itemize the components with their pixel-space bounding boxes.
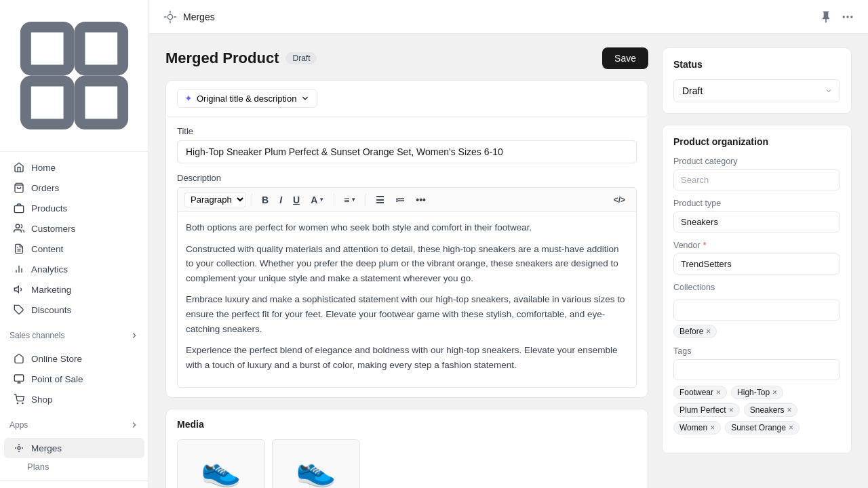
sidebar-item-orders[interactable]: Orders <box>4 178 144 198</box>
page-title-row: Merged Product Draft <box>165 49 317 67</box>
bold-button[interactable]: B <box>258 193 273 207</box>
svg-rect-1 <box>79 27 123 70</box>
ul-button[interactable]: ☰ <box>372 193 389 207</box>
media-thumb-2[interactable]: 👟 <box>272 439 360 488</box>
editor-para-3: Embrace luxury and make a sophisticated … <box>186 292 628 336</box>
sidebar-item-products[interactable]: Products <box>4 198 144 218</box>
sidebar-label-discounts: Discounts <box>31 305 71 315</box>
sidebar-item-home[interactable]: Home <box>4 157 144 178</box>
tag-plum-perfect: Plum Perfect × <box>673 403 740 417</box>
customers-icon <box>14 223 24 234</box>
svg-point-6 <box>16 224 19 228</box>
status-card: Status Draft Active <box>662 47 852 114</box>
toolbar-right: </> <box>610 194 629 206</box>
tags-input[interactable] <box>673 359 840 380</box>
status-select[interactable]: Draft Active <box>673 79 840 102</box>
more-options-icon[interactable] <box>841 10 854 24</box>
font-color-button[interactable]: A▼ <box>307 193 328 207</box>
sidebar-item-discounts[interactable]: Discounts <box>4 300 144 320</box>
sidebar-item-pos[interactable]: Point of Sale <box>4 369 144 389</box>
magic-icon: ✦ <box>184 93 193 104</box>
tag-high-top-remove[interactable]: × <box>772 388 777 397</box>
media-header: Media <box>166 409 648 439</box>
tag-women-remove[interactable]: × <box>710 423 715 432</box>
category-label: Product category <box>673 157 840 166</box>
tag-footwear-remove[interactable]: × <box>716 388 721 397</box>
merges-icon <box>14 443 24 453</box>
media-card: Media 👟 👟 <box>165 409 648 488</box>
tag-sneakers: Sneakers × <box>744 403 798 417</box>
svg-rect-5 <box>14 206 23 213</box>
underline-button[interactable]: U <box>289 193 304 207</box>
type-field: Product type <box>673 199 840 232</box>
sales-channels-nav: Online Store Point of Sale Shop <box>0 343 149 415</box>
sidebar-label-orders: Orders <box>31 183 59 193</box>
svg-point-17 <box>17 403 18 403</box>
svg-rect-3 <box>79 81 123 124</box>
status-title: Status <box>673 59 840 70</box>
collection-tag-before-remove[interactable]: × <box>706 327 711 336</box>
category-input[interactable] <box>673 169 840 190</box>
source-button[interactable]: </> <box>610 194 629 206</box>
sidebar-item-marketing[interactable]: Marketing <box>4 279 144 300</box>
title-input[interactable] <box>177 140 637 163</box>
apps-section: Apps <box>0 415 149 432</box>
ol-button[interactable]: ≔ <box>391 193 409 207</box>
tags-row: Footwear × High-Top × Plum Perfect × S <box>673 386 840 434</box>
save-button[interactable]: Save <box>602 47 648 69</box>
sidebar-item-analytics[interactable]: Analytics <box>4 259 144 279</box>
sidebar-label-products: Products <box>31 203 67 214</box>
topbar-title: Merges <box>183 12 215 22</box>
tag-sunset-orange: Sunset Orange × <box>725 421 800 434</box>
sidebar-label-shop: Shop <box>31 394 53 405</box>
topbar-left: Merges <box>163 9 215 24</box>
vendor-label: Vendor * <box>673 241 840 250</box>
pin-icon[interactable] <box>819 10 833 24</box>
more-formats-button[interactable]: ••• <box>412 193 430 207</box>
sidebar-item-plans[interactable]: Plans <box>0 458 149 475</box>
home-icon <box>14 162 24 173</box>
sidebar-item-merges[interactable]: Merges <box>4 438 144 458</box>
collections-input[interactable] <box>673 300 840 321</box>
type-input[interactable] <box>673 211 840 232</box>
sidebar-item-customers[interactable]: Customers <box>4 218 144 239</box>
editor-mode-dropdown[interactable]: ✦ Original title & description <box>177 89 317 108</box>
editor-card: ✦ Original title & description Title Des… <box>165 80 648 398</box>
editor-body[interactable]: Both options are perfect for women who s… <box>177 212 637 388</box>
svg-point-25 <box>843 16 844 18</box>
editor-para-2: Constructed with quality materials and a… <box>186 242 628 286</box>
sidebar-header <box>0 0 149 152</box>
vendor-field: Vendor * <box>673 241 840 274</box>
tag-plum-perfect-remove[interactable]: × <box>729 405 734 415</box>
sidebar-label-marketing: Marketing <box>31 285 71 295</box>
tag-women: Women × <box>673 421 721 434</box>
page-section: Merged Product Draft Save ✦ Original tit… <box>165 47 648 474</box>
tags-field: Tags Footwear × High-Top × Plum Perfect <box>673 346 840 434</box>
sidebar-item-online-store[interactable]: Online Store <box>4 348 144 369</box>
media-thumb-1[interactable]: 👟 <box>177 439 265 488</box>
collections-label: Collections <box>673 283 840 292</box>
type-label: Product type <box>673 199 840 208</box>
toolbar-sep-1 <box>252 194 252 206</box>
sidebar-label-pos: Point of Sale <box>31 374 83 384</box>
vendor-input[interactable] <box>673 253 840 274</box>
page-header: Merged Product Draft Save <box>165 47 648 69</box>
tag-footwear: Footwear × <box>673 386 727 399</box>
required-indicator: * <box>703 241 707 250</box>
align-button[interactable]: ≡▼ <box>340 193 360 207</box>
sidebar-item-shop[interactable]: Shop <box>4 389 144 409</box>
topbar-right <box>819 10 854 24</box>
italic-button[interactable]: I <box>275 193 286 207</box>
svg-rect-0 <box>26 27 69 70</box>
editor-para-4: Experience the perfect blend of elegance… <box>186 343 628 372</box>
paragraph-select[interactable]: Paragraph <box>184 192 246 207</box>
collections-field: Collections Before × <box>673 283 840 338</box>
marketing-icon <box>14 284 24 295</box>
tag-sunset-orange-remove[interactable]: × <box>789 423 793 432</box>
sidebar-item-content[interactable]: Content <box>4 239 144 259</box>
editor-dropdown-row: ✦ Original title & description <box>166 81 648 117</box>
chevron-right-icon <box>130 331 139 340</box>
sidebar-label-content: Content <box>31 244 63 254</box>
chevron-down-icon <box>300 94 310 103</box>
tag-sneakers-remove[interactable]: × <box>787 405 791 415</box>
